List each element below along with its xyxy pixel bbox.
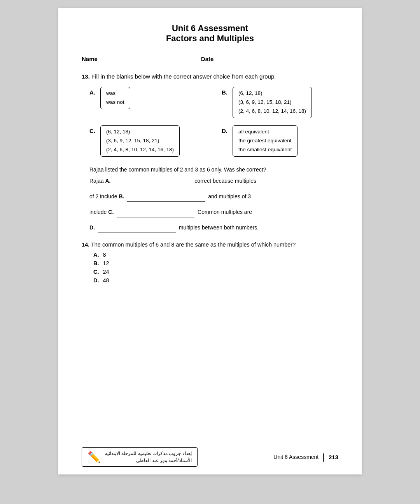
page: Unit 6 Assessment Factors and Multiples …: [58, 8, 362, 474]
mc-list: A. 8 B. 12 C. 24 D. 48: [82, 252, 338, 284]
mc-a-value: 8: [103, 252, 106, 258]
question14-section: 14. The common multiples of 6 and 8 are …: [82, 242, 338, 284]
choice-d-opt3: the smallest equivalent: [238, 145, 292, 154]
fill-row-1: Rajaa A. correct because multiples: [89, 175, 338, 186]
arabic-line2: الأستاذ/أحمد بدير عبد العاطى: [105, 457, 192, 464]
choice-box-c: (6, 12, 18) (3, 6, 9, 12, 15, 18, 21) (2…: [100, 125, 180, 157]
answer-box-a: A. was was not: [89, 87, 206, 118]
mc-d-value: 48: [103, 277, 109, 284]
choice-b-opt3: (2, 4, 6, 8, 10, 12, 14, 16, 18): [238, 107, 306, 116]
mc-option-a: A. 8: [93, 252, 338, 258]
q13-instruction-text: Fill in the blanks below with the correc…: [91, 73, 276, 80]
question14-text: 14. The common multiples of 6 and 8 are …: [82, 242, 338, 248]
question13-instruction: 13. Fill in the blanks below with the co…: [82, 73, 338, 80]
footer-logo: ✏️ إهداء جروب مذكرات تعليمية للمرحلة الا…: [82, 447, 198, 467]
choice-box-b: (6, 12, 18) (3, 6, 9, 12, 15, 18, 21) (2…: [233, 87, 312, 118]
page-title-line2: Factors and Multiples: [82, 33, 338, 44]
arabic-line1: إهداء جروب مذكرات تعليمية للمرحلة الابتد…: [105, 450, 192, 457]
choice-box-d: all equivalent the greatest equivalent t…: [233, 125, 298, 157]
date-line: [216, 55, 278, 62]
choice-c-opt2: (3, 6, 9, 12, 15, 18, 21): [106, 136, 174, 145]
q14-label: 14.: [82, 242, 89, 248]
fill-row1-bold: A.: [105, 178, 110, 184]
mc-d-letter: D.: [93, 277, 99, 284]
fill-row1-prefix: Rajaa A.: [89, 178, 110, 184]
fill-row-2: of 2 include B. and multiples of 3: [89, 191, 338, 202]
fill-row2-suffix: and multiples of 3: [208, 193, 251, 200]
choice-d-opt2: the greatest equivalent: [238, 136, 292, 145]
footer-arabic: إهداء جروب مذكرات تعليمية للمرحلة الابتد…: [105, 450, 192, 464]
box-b-label: B.: [222, 89, 229, 96]
fill-blank-c[interactable]: [117, 211, 194, 217]
mc-a-letter: A.: [93, 252, 99, 258]
name-date-row: Name Date: [82, 55, 338, 62]
footer-divider: |: [322, 452, 325, 462]
choice-c-opt1: (6, 12, 18): [106, 128, 174, 136]
fill-blank-d[interactable]: [98, 227, 176, 233]
name-line: [100, 55, 186, 62]
choice-d-opt1: all equivalent: [238, 128, 292, 136]
fill-row-4: D. multiples between both numbers.: [89, 222, 338, 233]
fill-row3-suffix: Common multiples are: [198, 209, 252, 215]
date-label: Date: [201, 56, 214, 62]
fill-row4-bold: D.: [89, 224, 95, 231]
page-title-line1: Unit 6 Assessment: [82, 23, 338, 33]
mc-c-value: 24: [103, 269, 109, 275]
fill-row2-bold: B.: [119, 193, 124, 200]
fill-row3-prefix: include C.: [89, 209, 114, 215]
answer-box-b: B. (6, 12, 18) (3, 6, 9, 12, 15, 18, 21)…: [222, 87, 338, 118]
fill-blank-b[interactable]: [127, 196, 205, 202]
mc-option-d: D. 48: [93, 277, 338, 284]
mc-b-letter: B.: [93, 260, 99, 266]
rajaa-sentence: Rajaa listed the common multiples of 2 a…: [89, 165, 338, 174]
footer-unit-label: Unit 6 Assessment: [273, 454, 318, 460]
date-field: Date: [201, 55, 278, 62]
answer-box-c: C. (6, 12, 18) (3, 6, 9, 12, 15, 18, 21)…: [89, 125, 206, 157]
choice-a-opt1: was: [106, 89, 124, 98]
name-label: Name: [82, 56, 98, 62]
name-field: Name: [82, 55, 186, 62]
choice-c-opt3: (2, 4, 6, 8, 10, 12, 14, 16, 18): [106, 145, 174, 154]
choice-b-opt1: (6, 12, 18): [238, 89, 306, 98]
pencil-icon: ✏️: [88, 451, 101, 464]
answer-box-d: D. all equivalent the greatest equivalen…: [222, 125, 338, 157]
answer-boxes: A. was was not B. (6, 12, 18) (3, 6, 9, …: [89, 87, 338, 157]
box-d-label: D.: [222, 128, 229, 134]
footer-right: Unit 6 Assessment | 213: [273, 452, 338, 462]
footer: ✏️ إهداء جروب مذكرات تعليمية للمرحلة الا…: [82, 447, 338, 467]
q13-label: 13.: [82, 73, 90, 80]
mc-b-value: 12: [103, 260, 109, 266]
fill-row2-prefix: of 2 include B.: [89, 193, 124, 200]
q14-text: The common multiples of 6 and 8 are the …: [91, 242, 296, 248]
fill-row4-suffix: multiples between both numbers.: [179, 224, 259, 231]
mc-c-letter: C.: [93, 269, 99, 275]
box-c-label: C.: [89, 128, 96, 134]
fill-blank-a[interactable]: [114, 180, 191, 186]
fill-row1-suffix: correct because multiples: [194, 178, 256, 184]
fill-row3-bold: C.: [108, 209, 114, 215]
choice-box-a: was was not: [100, 87, 130, 109]
title-section: Unit 6 Assessment Factors and Multiples: [82, 23, 338, 44]
fill-section: Rajaa listed the common multiples of 2 a…: [89, 165, 338, 233]
box-a-label: A.: [89, 89, 96, 96]
choice-a-opt2: was not: [106, 98, 124, 107]
choice-b-opt2: (3, 6, 9, 12, 15, 18, 21): [238, 98, 306, 107]
mc-option-b: B. 12: [93, 260, 338, 266]
fill-row-3: include C. Common multiples are: [89, 206, 338, 217]
footer-page-number: 213: [329, 454, 338, 460]
mc-option-c: C. 24: [93, 269, 338, 275]
